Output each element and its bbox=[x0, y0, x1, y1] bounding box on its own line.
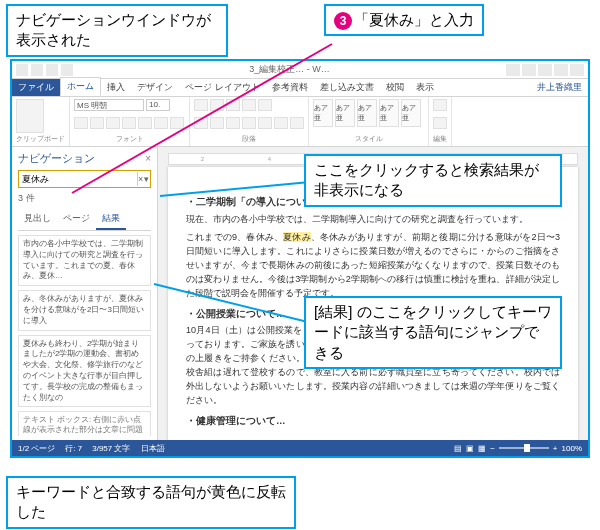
bold-button[interactable] bbox=[74, 117, 88, 129]
zoom-slider[interactable] bbox=[499, 447, 549, 449]
result-text: テキスト ボックス: 右側に赤い点線が表示された部分は文章に問題がある箇所です。 bbox=[23, 415, 143, 436]
group-label: 編集 bbox=[433, 134, 447, 144]
signin-name[interactable]: 井上香織里 bbox=[531, 79, 588, 96]
group-clipboard: クリップボード bbox=[12, 97, 70, 146]
doc-para: これまでの9、春休み、夏休み、冬休みがありますが、前期と後期に分ける意味がを2日… bbox=[186, 231, 560, 301]
maximize-icon[interactable] bbox=[554, 64, 568, 76]
font-name-select[interactable]: MS 明朝 bbox=[74, 99, 144, 111]
view-print-icon[interactable]: ▤ bbox=[454, 444, 462, 453]
save-icon[interactable] bbox=[31, 64, 43, 76]
tab-mailings[interactable]: 差し込み文書 bbox=[314, 79, 380, 96]
multilevel-button[interactable] bbox=[226, 99, 240, 111]
shading-button[interactable] bbox=[274, 117, 288, 129]
view-read-icon[interactable]: ▣ bbox=[466, 444, 474, 453]
style-nospace[interactable]: あア亜 bbox=[335, 99, 355, 127]
doc-para: 現在、市内の各小中学校では、二学期制導入に向けての研究と調査を行っています。 bbox=[186, 213, 560, 227]
annotation-text: ナビゲーションウインドウが表示された bbox=[16, 11, 211, 48]
navtab-results[interactable]: 結果 bbox=[96, 209, 126, 230]
italic-button[interactable] bbox=[90, 117, 104, 129]
doc-heading-3: ・健康管理について… bbox=[186, 414, 560, 429]
view-web-icon[interactable]: ▦ bbox=[478, 444, 486, 453]
text: これまでの9、春休み、 bbox=[186, 232, 283, 242]
redo-icon[interactable] bbox=[61, 64, 73, 76]
result-text: み、冬休みがありますが、夏休みを分ける意味がを2日〜3日間短いに導入 bbox=[23, 294, 144, 325]
ribbon: クリップボード MS 明朝 10. フォント bbox=[12, 97, 588, 147]
status-language[interactable]: 日本語 bbox=[141, 443, 165, 454]
nav-tabs: 見出し ページ 結果 bbox=[18, 209, 151, 231]
sup-button[interactable] bbox=[154, 117, 168, 129]
tab-layout[interactable]: ページ レイアウト bbox=[179, 79, 266, 96]
font-color-button[interactable] bbox=[170, 117, 184, 129]
tab-references[interactable]: 参考資料 bbox=[266, 79, 314, 96]
step-badge-3: 3 bbox=[334, 12, 352, 30]
font-size-select[interactable]: 10. bbox=[146, 99, 170, 111]
annotation-nav-shown: ナビゲーションウインドウが表示された bbox=[6, 4, 228, 57]
style-normal[interactable]: あア亜 bbox=[313, 99, 333, 127]
close-icon[interactable] bbox=[570, 64, 584, 76]
zoom-out-icon[interactable]: − bbox=[490, 444, 495, 453]
annotation-highlight: キーワードと合致する語句が黄色に反転した bbox=[6, 476, 296, 529]
align-right-button[interactable] bbox=[226, 117, 240, 129]
bullets-button[interactable] bbox=[194, 99, 208, 111]
justify-button[interactable] bbox=[242, 117, 256, 129]
sub-button[interactable] bbox=[138, 117, 152, 129]
annotation-hide-results: ここをクリックすると検索結果が非表示になる bbox=[304, 154, 562, 207]
style-h2[interactable]: あア亜 bbox=[379, 99, 399, 127]
line-spacing-button[interactable] bbox=[258, 117, 272, 129]
navtab-headings[interactable]: 見出し bbox=[18, 209, 57, 230]
group-label: スタイル bbox=[313, 134, 424, 144]
group-editing: 編集 bbox=[429, 97, 452, 146]
numbering-button[interactable] bbox=[210, 99, 224, 111]
search-dropdown-icon[interactable]: ▾ bbox=[144, 174, 150, 184]
result-count: 3 件 bbox=[18, 192, 151, 205]
zoom-percent[interactable]: 100% bbox=[562, 444, 582, 453]
zoom-controls: ▤ ▣ ▦ − + 100% bbox=[454, 444, 582, 453]
word-icon bbox=[16, 64, 28, 76]
list-item[interactable]: み、冬休みがありますが、夏休みを分ける意味がを2日〜3日間短いに導入 bbox=[18, 290, 151, 330]
annotation-text: [結果] のここをクリックしてキーワードに該当する語句にジャンプできる bbox=[314, 303, 552, 361]
help-icon[interactable] bbox=[506, 64, 520, 76]
strike-button[interactable] bbox=[122, 117, 136, 129]
list-item[interactable]: 夏休みも終わり、2学期が始まりましたが2学期の運動会、書初めや大会、文化祭、修学… bbox=[18, 335, 151, 408]
minimize-icon[interactable] bbox=[538, 64, 552, 76]
group-paragraph: 段落 bbox=[190, 97, 309, 146]
replace-button[interactable] bbox=[433, 117, 447, 129]
group-label: クリップボード bbox=[16, 134, 65, 144]
nav-title: ナビゲーション × bbox=[18, 151, 151, 166]
annotation-text: キーワードと合致する語句が黄色に反転した bbox=[16, 483, 286, 520]
status-wordcount[interactable]: 3/957 文字 bbox=[92, 443, 130, 454]
word-window: 3_編集校正… - W… ファイル ホーム 挿入 デザイン ページ レイアウト … bbox=[10, 59, 590, 458]
align-left-button[interactable] bbox=[194, 117, 208, 129]
tab-file[interactable]: ファイル bbox=[12, 79, 60, 96]
indent-dec-button[interactable] bbox=[242, 99, 256, 111]
ribbon-tabs: ファイル ホーム 挿入 デザイン ページ レイアウト 参考資料 差し込み文書 校… bbox=[12, 79, 588, 97]
borders-button[interactable] bbox=[290, 117, 304, 129]
search-input[interactable] bbox=[19, 174, 137, 184]
result-text: 市内の各小中学校では、二学期制導入に向けての研究と調査を行っています。これまでの… bbox=[23, 239, 143, 280]
find-button[interactable] bbox=[433, 99, 447, 111]
underline-button[interactable] bbox=[106, 117, 120, 129]
zoom-in-icon[interactable]: + bbox=[553, 444, 558, 453]
window-controls bbox=[502, 64, 588, 76]
nav-close-icon[interactable]: × bbox=[145, 153, 151, 164]
undo-icon[interactable] bbox=[46, 64, 58, 76]
style-h1[interactable]: あア亜 bbox=[357, 99, 377, 127]
list-item[interactable]: テキスト ボックス: 右側に赤い点線が表示された部分は文章に問題がある箇所です。 bbox=[18, 411, 151, 436]
tab-design[interactable]: デザイン bbox=[131, 79, 179, 96]
tab-view[interactable]: 表示 bbox=[410, 79, 440, 96]
navtab-pages[interactable]: ページ bbox=[57, 209, 96, 230]
group-styles: あア亜 あア亜 あア亜 あア亜 あア亜 スタイル bbox=[309, 97, 429, 146]
status-page[interactable]: 1/2 ページ bbox=[18, 443, 55, 454]
status-line[interactable]: 行: 7 bbox=[65, 443, 82, 454]
tab-insert[interactable]: 挿入 bbox=[101, 79, 131, 96]
style-h3[interactable]: あア亜 bbox=[401, 99, 421, 127]
tab-review[interactable]: 校閲 bbox=[380, 79, 410, 96]
ribbon-options-icon[interactable] bbox=[522, 64, 536, 76]
indent-inc-button[interactable] bbox=[258, 99, 272, 111]
list-item[interactable]: 市内の各小中学校では、二学期制導入に向けての研究と調査を行っています。これまでの… bbox=[18, 235, 151, 286]
tab-home[interactable]: ホーム bbox=[60, 77, 101, 96]
paste-button[interactable] bbox=[16, 99, 44, 133]
align-center-button[interactable] bbox=[210, 117, 224, 129]
nav-search: × ▾ bbox=[18, 170, 151, 188]
quick-access-toolbar[interactable] bbox=[12, 64, 77, 76]
